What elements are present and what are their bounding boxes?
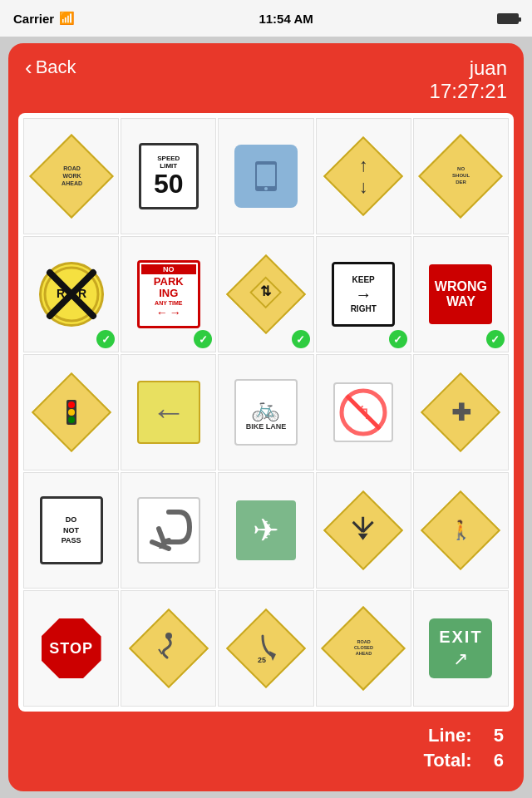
sign-cell-bike-lane[interactable]: 🚲 BIKE LANE [218, 354, 313, 470]
checkmark-keep-right: ✓ [389, 330, 407, 348]
line-value: 5 [494, 725, 504, 746]
status-time: 11:54 AM [259, 12, 313, 26]
checkmark-rr: ✓ [96, 330, 115, 348]
road-work-sign: ROADWORKAHEAD [29, 134, 114, 219]
slippery-sign [129, 608, 209, 688]
do-not-pass-sign: DONOTPASS [40, 496, 103, 564]
app-container: ‹ Back juan 17:27:21 ROADWORKAHEAD SP [8, 43, 524, 791]
svg-text:R: R [78, 287, 86, 300]
sign-cell-merge[interactable] [316, 472, 411, 589]
checkmark-twoway: ✓ [292, 330, 310, 348]
sign-cell-turn-left[interactable]: ← [121, 354, 216, 470]
merge-sign [323, 490, 403, 570]
sign-cell-no-shoulder[interactable]: NOSHOULDER [413, 118, 509, 234]
header: ‹ Back juan 17:27:21 [8, 43, 524, 113]
status-bar: Carrier 📶 11:54 AM [0, 0, 532, 37]
carrier-label: Carrier [13, 12, 54, 26]
no-shoulder-sign: NOSHOULDER [418, 134, 503, 219]
total-label: Total: [423, 750, 471, 771]
status-right [497, 13, 519, 24]
svg-point-2 [264, 187, 268, 190]
signs-grid: ROADWORKAHEAD SPEEDLIMIT 50 [23, 118, 509, 707]
sign-cell-road-closed[interactable]: ROADCLOSEDAHEAD [316, 590, 411, 707]
sign-cell-do-not-pass[interactable]: DONOTPASS [23, 472, 119, 589]
svg-text:⇅: ⇅ [260, 284, 272, 298]
stop-sign: STOP [42, 618, 101, 678]
back-button[interactable]: ‹ Back [25, 57, 76, 78]
no-turn-sign: ↰ [333, 382, 393, 442]
status-left: Carrier 📶 [13, 11, 75, 26]
keep-right-sign: KEEP → RIGHT [332, 262, 395, 327]
airport-sign: ✈ [236, 500, 296, 560]
sign-cell-airport[interactable]: ✈ [218, 472, 313, 589]
svg-line-19 [363, 522, 373, 532]
line-label: Line: [428, 725, 472, 746]
battery-icon [497, 13, 519, 24]
svg-text:R: R [57, 287, 65, 300]
rr-crossing-sign: R R [39, 262, 104, 327]
sign-cell-wrong-way[interactable]: WRONGWAY ✓ [413, 236, 509, 352]
back-chevron-icon: ‹ [25, 57, 32, 78]
footer: Line: 5 Total: 6 [8, 712, 524, 791]
svg-rect-1 [257, 165, 275, 186]
updown-sign: ↑↓ [323, 136, 403, 216]
speed-limit-sign: SPEEDLIMIT 50 [139, 143, 199, 209]
right-curve-sign: 25 [226, 608, 306, 688]
no-parking-sign: NO PARKING ANY TIME ← → [137, 260, 200, 328]
sign-cell-keep-right[interactable]: KEEP → RIGHT ✓ [316, 236, 411, 352]
sign-cell-no-turn[interactable]: ↰ [316, 354, 411, 470]
sign-cell-stop[interactable]: STOP [23, 590, 119, 707]
rr-crossing-icon: R R [42, 264, 101, 324]
sign-cell-uturn[interactable] [121, 472, 216, 589]
sign-cell-road-work[interactable]: ROADWORKAHEAD [23, 118, 119, 234]
road-closed-sign: ROADCLOSEDAHEAD [321, 606, 406, 691]
sign-cell-phone[interactable] [218, 118, 313, 234]
sign-cell-pedestrian[interactable]: 🚶 [413, 472, 509, 589]
exit-sign: EXIT ↗ [429, 618, 492, 678]
sign-cell-plus[interactable]: ✚ [413, 354, 509, 470]
wrong-way-sign: WRONGWAY [429, 264, 492, 324]
svg-text:25: 25 [258, 656, 266, 663]
user-info: juan 17:27:21 [430, 57, 507, 103]
sign-cell-right-curve[interactable]: 25 [218, 590, 313, 707]
turn-left-sign: ← [137, 381, 200, 444]
twoway-sign: ⇅ [226, 254, 306, 334]
uturn-sign [137, 497, 200, 564]
checkmark-no-parking: ✓ [194, 330, 212, 348]
pedestrian-sign: 🚶 [421, 490, 500, 570]
signs-grid-container: ROADWORKAHEAD SPEEDLIMIT 50 [18, 113, 514, 712]
sign-cell-slippery[interactable] [121, 590, 216, 707]
phone-sign [234, 145, 298, 208]
sign-cell-twoway[interactable]: ⇅ ✓ [218, 236, 313, 352]
traffic-light-sign [32, 372, 111, 452]
checkmark-wrong-way: ✓ [486, 330, 505, 348]
sign-cell-traffic-light[interactable] [23, 354, 119, 470]
user-name: juan [430, 57, 507, 80]
total-info: Total: 6 [28, 750, 504, 771]
sign-cell-updown[interactable]: ↑↓ [316, 118, 411, 234]
phone-icon [249, 160, 283, 193]
sign-cell-no-parking[interactable]: NO PARKING ANY TIME ← → ✓ [121, 236, 216, 352]
sign-cell-rr[interactable]: R R ✓ [23, 236, 119, 352]
bike-lane-sign: 🚲 BIKE LANE [234, 379, 298, 446]
user-time: 17:27:21 [430, 80, 507, 103]
svg-marker-20 [358, 534, 368, 540]
back-label: Back [36, 57, 76, 78]
plus-sign: ✚ [421, 372, 500, 452]
total-value: 6 [494, 750, 504, 771]
sign-cell-speed-limit[interactable]: SPEEDLIMIT 50 [121, 118, 216, 234]
sign-cell-exit[interactable]: EXIT ↗ [413, 590, 509, 707]
line-info: Line: 5 [28, 725, 504, 746]
wifi-icon: 📶 [59, 11, 75, 26]
